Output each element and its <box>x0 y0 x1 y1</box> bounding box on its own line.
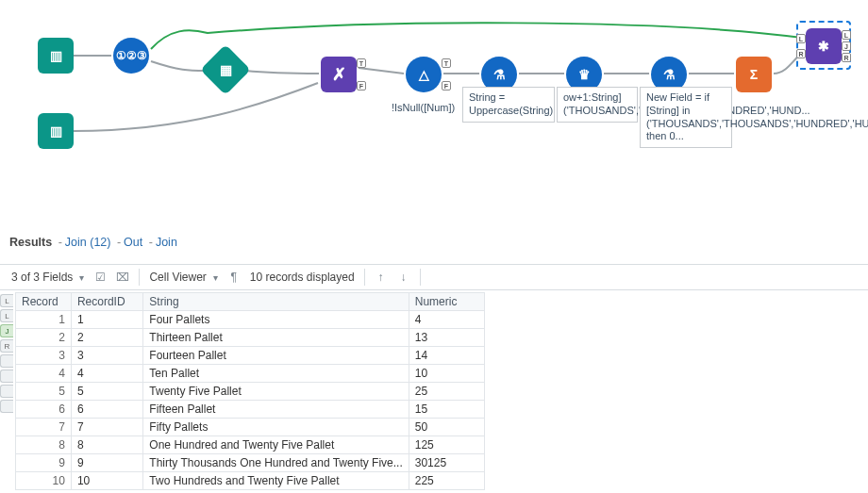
cell-string: Fifteen Pallet <box>143 401 409 419</box>
cell-string: Twenty Five Pallet <box>143 383 409 401</box>
book-icon: ▥ <box>50 123 62 139</box>
filter-icon: ✗ <box>332 64 346 85</box>
cell-string: Fourteen Pallet <box>143 347 409 365</box>
summarize-tool[interactable]: Σ <box>736 57 772 92</box>
flask-icon: ⚗ <box>663 67 676 82</box>
cell-string: One Hundred and Twenty Five Pallet <box>143 436 409 454</box>
table-row[interactable]: 22Thirteen Pallet13 <box>16 329 485 347</box>
formula-tool-a[interactable]: △ T F <box>406 57 442 92</box>
arrow-down-icon[interactable]: ↓ <box>397 271 410 284</box>
cell-recordid: 10 <box>71 472 142 490</box>
cell-numeric: 15 <box>409 401 484 419</box>
table-row[interactable]: 66Fifteen Pallet15 <box>16 401 485 419</box>
grid-icon: ▦ <box>208 62 243 77</box>
anchor-tab-blank[interactable] <box>0 370 13 383</box>
cell-recordid: 1 <box>71 311 142 329</box>
anchor-tab-L[interactable]: L <box>0 309 13 322</box>
table-row[interactable]: 77Fifty Pallets50 <box>16 419 485 436</box>
table-row[interactable]: 1010Two Hundreds and Twenty Five Pallet2… <box>16 472 485 490</box>
cell-record: 1 <box>16 311 72 329</box>
cell-record: 5 <box>16 383 72 401</box>
cell-recordid: 5 <box>71 383 142 401</box>
table-row[interactable]: 11Four Pallets4 <box>16 311 485 329</box>
checkbox-icon[interactable]: ☑ <box>93 271 107 284</box>
filter-port-true[interactable]: T <box>357 58 366 68</box>
table-row[interactable]: 88One Hundred and Twenty Five Pallet125 <box>16 436 485 454</box>
filter-tool[interactable]: ✗ T F <box>321 57 357 92</box>
col-record[interactable]: Record <box>16 293 72 311</box>
cell-recordid: 3 <box>71 347 142 365</box>
cell-recordid: 2 <box>71 329 142 347</box>
filter-port-false[interactable]: F <box>357 81 366 90</box>
cell-record: 8 <box>16 436 72 454</box>
table-row[interactable]: 55Twenty Five Pallet25 <box>16 383 485 401</box>
crumb-1[interactable]: Out <box>124 236 142 249</box>
cell-numeric: 125 <box>409 436 484 454</box>
cell-string: Fifty Pallets <box>143 419 409 436</box>
annotation-formula-3: New Field = if [String] in ('THOUSANDS',… <box>640 87 732 148</box>
cell-numeric: 225 <box>409 472 484 490</box>
col-recordid[interactable]: RecordID <box>71 293 142 311</box>
cell-record: 3 <box>16 347 72 365</box>
recordid-tool[interactable]: ①②③ <box>113 38 149 74</box>
annotation-formula-2: ow+1:String] ('THOUSANDS','THOUSANDS','H… <box>557 87 638 123</box>
cell-recordid: 6 <box>71 401 142 419</box>
records-count-label: 10 records displayed <box>250 271 355 284</box>
join-port-l[interactable]: L <box>842 30 851 40</box>
table-row[interactable]: 99Thirty Thousands One Hundred and Twent… <box>16 454 485 472</box>
workflow-canvas[interactable]: ▥ ①②③ ▦ ✗ T F △ T F ⚗ ♛ ⚗ Σ ✱ L J R L R … <box>0 0 868 207</box>
col-string[interactable]: String <box>143 293 409 311</box>
arrow-up-icon[interactable]: ↑ <box>375 271 388 284</box>
flask-icon: ⚗ <box>493 67 506 82</box>
cell-record: 9 <box>16 454 72 472</box>
separator <box>139 269 140 286</box>
join-in-r[interactable]: R <box>796 49 806 58</box>
book-icon: ▥ <box>50 48 62 63</box>
crown-icon: ♛ <box>578 67 591 82</box>
join-tool[interactable]: ✱ L J R L R <box>806 28 842 64</box>
cell-recordid: 8 <box>71 436 142 454</box>
anchor-tab-blank[interactable] <box>0 385 13 398</box>
cell-numeric: 50 <box>409 419 484 436</box>
triangle-icon: △ <box>419 67 429 82</box>
table-row[interactable]: 44Ten Pallet10 <box>16 365 485 383</box>
port-f[interactable]: F <box>442 81 451 90</box>
cell-record: 6 <box>16 401 72 419</box>
anchor-tab-blank[interactable] <box>0 400 13 413</box>
results-table[interactable]: Record RecordID String Numeric 11Four Pa… <box>15 292 485 490</box>
anchor-tab-R[interactable]: R <box>0 339 13 353</box>
annotation-formula-1: String = Uppercase(String) <box>462 87 555 123</box>
anchor-tab-J[interactable]: J <box>0 324 13 337</box>
cell-record: 7 <box>16 419 72 436</box>
cell-viewer-dropdown[interactable]: Cell Viewer <box>149 271 217 284</box>
texttocolumns-tool[interactable]: ▦ <box>200 44 251 95</box>
clear-icon[interactable]: ⌧ <box>116 271 129 284</box>
numbers-icon: ①②③ <box>116 49 147 62</box>
join-port-j[interactable]: J <box>842 41 851 51</box>
cell-numeric: 4 <box>409 311 484 329</box>
table-row[interactable]: 33Fourteen Pallet14 <box>16 347 485 365</box>
results-title: Results <box>9 236 52 249</box>
cell-numeric: 25 <box>409 383 484 401</box>
col-numeric[interactable]: Numeric <box>409 293 484 311</box>
anchor-tab-blank[interactable] <box>0 354 13 368</box>
pilcrow-icon[interactable]: ¶ <box>227 271 241 284</box>
table-header-row: Record RecordID String Numeric <box>16 293 485 311</box>
separator <box>364 269 365 286</box>
crumb-2[interactable]: Join <box>156 236 177 249</box>
anchor-tab-L[interactable]: L <box>0 294 13 307</box>
cell-numeric: 14 <box>409 347 484 365</box>
join-port-r[interactable]: R <box>842 53 851 62</box>
cell-string: Ten Pallet <box>143 365 409 383</box>
input-tool-2[interactable]: ▥ <box>38 113 74 149</box>
fields-dropdown[interactable]: 3 of 3 Fields <box>11 271 84 284</box>
join-in-l[interactable]: L <box>796 34 806 43</box>
cell-numeric: 10 <box>409 365 484 383</box>
cell-record: 2 <box>16 329 72 347</box>
sigma-icon: Σ <box>750 67 758 82</box>
port-t[interactable]: T <box>442 58 451 68</box>
cell-recordid: 4 <box>71 365 142 383</box>
crumb-0[interactable]: Join (12) <box>65 236 111 249</box>
input-tool-1[interactable]: ▥ <box>38 38 74 74</box>
join-icon: ✱ <box>818 39 829 54</box>
